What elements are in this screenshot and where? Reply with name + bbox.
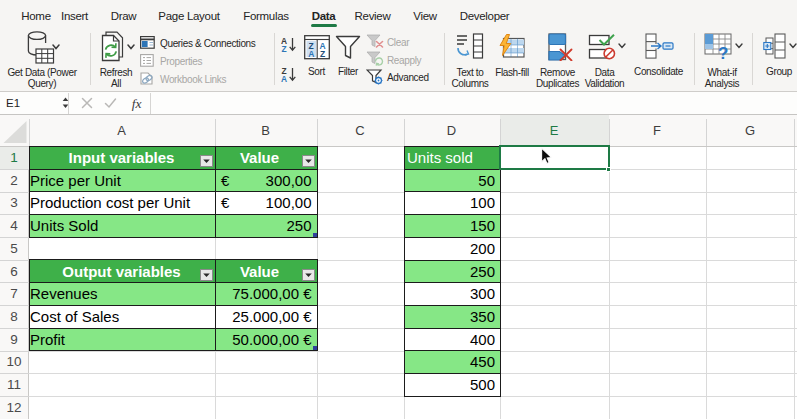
- svg-text:A: A: [308, 49, 314, 59]
- svg-text:Z: Z: [320, 49, 325, 59]
- svg-text:Z: Z: [281, 44, 286, 53]
- svg-text:?: ?: [718, 44, 728, 60]
- svg-text:A: A: [281, 74, 287, 83]
